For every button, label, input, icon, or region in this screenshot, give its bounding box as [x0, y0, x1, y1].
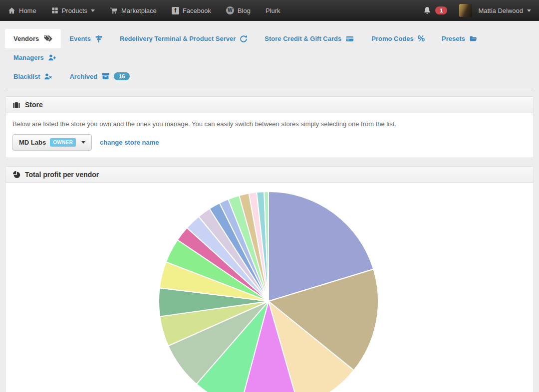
nav-products-label: Products [62, 7, 87, 14]
tab-row-1: Vendors Events Redelivery Terminal & Pro… [5, 29, 534, 67]
nav-home[interactable]: Home [8, 7, 36, 14]
store-description: Below are listed the store you own and t… [12, 120, 527, 128]
nav-marketplace-label: Marketplace [121, 7, 157, 14]
store-select-button[interactable]: MD Labs OWNER [12, 134, 92, 151]
nav-plurk-label: Plurk [266, 7, 280, 14]
tab-blacklist[interactable]: Blacklist [5, 67, 61, 86]
tab-presets-label: Presets [442, 35, 465, 42]
notification-badge[interactable]: 1 [435, 6, 447, 14]
tab-bar: Vendors Events Redelivery Terminal & Pro… [0, 21, 539, 89]
signpost-icon [95, 35, 103, 43]
nav-marketplace[interactable]: Marketplace [110, 7, 157, 14]
nav-products[interactable]: Products [51, 7, 95, 14]
profit-chart-area [5, 183, 534, 392]
bell-icon[interactable] [423, 6, 431, 14]
tab-row-2: Blacklist Archived 16 [5, 67, 534, 86]
change-store-name-link[interactable]: change store name [100, 139, 159, 146]
chevron-down-icon [91, 9, 95, 12]
store-panel-body: Below are listed the store you own and t… [5, 113, 534, 158]
navbar-right: 1 Mattia Delwood [423, 4, 531, 17]
nav-blog[interactable]: W Blog [226, 6, 251, 14]
wordpress-icon: W [226, 6, 234, 14]
chevron-down-icon[interactable] [527, 9, 531, 12]
store-panel-title: Store [25, 101, 43, 109]
tab-archived[interactable]: Archived 16 [61, 67, 138, 86]
store-selector-row: MD Labs OWNER change store name [12, 134, 527, 151]
tab-store-credit-label: Store Credit & Gift Cards [265, 35, 341, 42]
tab-promo-codes-label: Promo Codes [371, 35, 414, 42]
profit-pie-chart [158, 191, 379, 392]
archive-icon [101, 72, 110, 80]
pie-chart-icon [12, 171, 20, 179]
tab-events-label: Events [69, 35, 91, 42]
user-menu-label[interactable]: Mattia Delwood [478, 7, 523, 14]
store-panel: Store Below are listed the store you own… [5, 96, 534, 158]
archived-count-badge: 16 [114, 72, 130, 80]
tab-events[interactable]: Events [61, 29, 111, 48]
nav-facebook[interactable]: f Facebook [172, 7, 211, 14]
tab-managers-label: Managers [13, 54, 44, 61]
store-name: MD Labs [19, 139, 46, 146]
cart-icon [110, 7, 118, 14]
tab-vendors[interactable]: Vendors [5, 29, 61, 48]
user-plus-icon [48, 54, 56, 61]
top-navbar: Home Products Marketplace f Facebook W B… [0, 0, 539, 21]
refresh-icon [240, 35, 248, 43]
tab-store-credit[interactable]: Store Credit & Gift Cards [256, 29, 363, 48]
tab-blacklist-label: Blacklist [13, 73, 40, 80]
store-panel-header: Store [5, 97, 534, 113]
home-icon [8, 7, 15, 14]
owner-badge: OWNER [50, 138, 76, 147]
nav-blog-label: Blog [238, 7, 251, 14]
tabs-divider [5, 89, 534, 89]
tab-vendors-label: Vendors [13, 35, 39, 42]
profit-panel: Total profit per vendor [5, 166, 534, 392]
tab-redelivery[interactable]: Redelivery Terminal & Product Server [111, 29, 256, 48]
tab-presets[interactable]: Presets [433, 29, 486, 48]
facebook-icon: f [172, 7, 179, 14]
profit-panel-title: Total profit per vendor [25, 171, 99, 179]
tab-promo-codes[interactable]: Promo Codes % [363, 29, 433, 48]
tags-icon [43, 34, 52, 43]
tab-archived-label: Archived [69, 73, 97, 80]
grid-icon [51, 7, 58, 14]
nav-facebook-label: Facebook [183, 7, 211, 14]
percent-icon: % [418, 35, 425, 43]
avatar[interactable] [459, 4, 472, 17]
credit-card-icon [345, 35, 354, 43]
tab-managers[interactable]: Managers [5, 48, 65, 67]
navbar-left: Home Products Marketplace f Facebook W B… [8, 6, 280, 14]
nav-home-label: Home [19, 7, 36, 14]
profit-panel-header: Total profit per vendor [5, 167, 534, 183]
tab-redelivery-label: Redelivery Terminal & Product Server [120, 35, 236, 42]
briefcase-icon [12, 101, 20, 109]
nav-plurk[interactable]: Plurk [266, 7, 280, 14]
chevron-down-icon [81, 141, 85, 144]
folder-open-icon [469, 35, 478, 42]
user-x-icon [44, 73, 52, 80]
